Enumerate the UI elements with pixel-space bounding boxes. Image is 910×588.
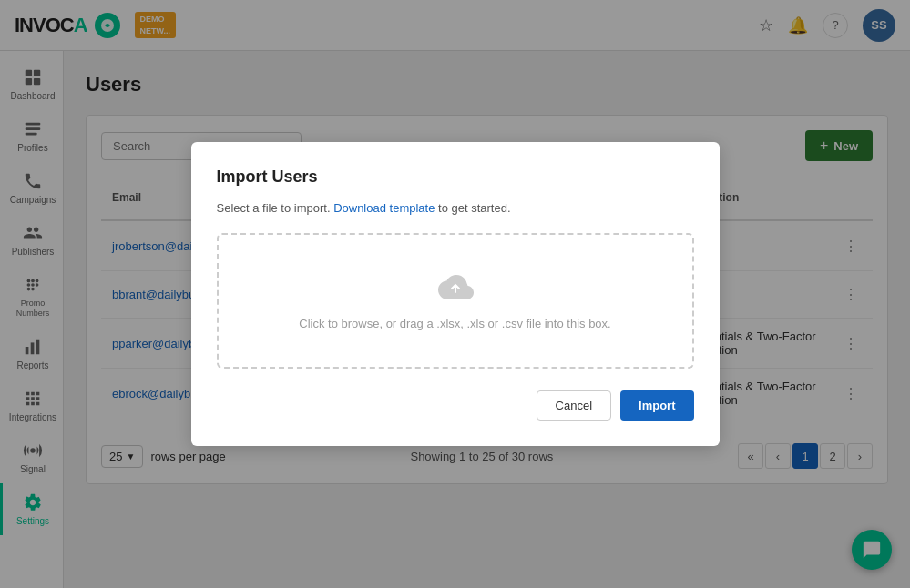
import-button[interactable]: Import	[620, 390, 693, 421]
modal-title: Import Users	[217, 167, 694, 187]
file-drop-zone[interactable]: Click to browse, or drag a .xlsx, .xls o…	[217, 233, 694, 369]
modal-description: Select a file to import. Download templa…	[217, 201, 694, 215]
drop-zone-text: Click to browse, or drag a .xlsx, .xls o…	[299, 317, 610, 330]
cloud-upload-icon	[237, 271, 674, 308]
modal-overlay: Import Users Select a file to import. Do…	[0, 0, 910, 588]
download-template-link[interactable]: Download template	[333, 201, 435, 215]
cancel-button[interactable]: Cancel	[537, 390, 611, 421]
import-users-modal: Import Users Select a file to import. Do…	[191, 142, 720, 446]
modal-actions: Cancel Import	[217, 390, 694, 421]
